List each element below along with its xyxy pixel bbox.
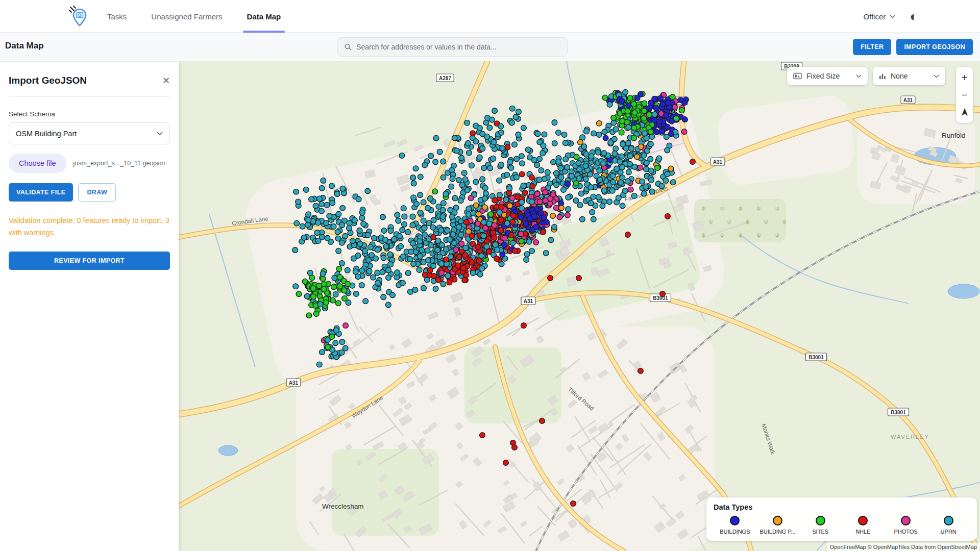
legend-item-uprn[interactable]: UPRN <box>927 516 970 535</box>
svg-text:ψ: ψ <box>720 206 724 211</box>
review-for-import-button[interactable]: REVIEW FOR IMPORT <box>9 252 170 270</box>
svg-text:B3001: B3001 <box>891 410 906 415</box>
svg-text:ψ: ψ <box>775 232 779 238</box>
legend-color-dot <box>816 516 825 525</box>
svg-text:A31: A31 <box>903 97 913 103</box>
app-logo-icon[interactable] <box>67 4 92 29</box>
svg-text:ψ: ψ <box>746 219 749 224</box>
validate-file-button[interactable]: VALIDATE FILE <box>9 183 73 202</box>
close-icon[interactable]: ✕ <box>162 76 170 85</box>
legend-item-photos[interactable]: PHOTOS <box>885 516 927 535</box>
nav-tabs: Tasks Unassigned Farmers Data Map <box>107 0 281 33</box>
legend-item-label: UPRN <box>941 529 957 535</box>
draw-button[interactable]: DRAW <box>78 183 116 202</box>
legend-title: Data Types <box>714 503 970 511</box>
chevron-down-icon <box>856 74 862 78</box>
svg-text:A31: A31 <box>289 380 299 386</box>
legend-item-sites[interactable]: SITES <box>799 516 842 535</box>
svg-text:A31: A31 <box>713 159 723 165</box>
data-types-legend: Data Types BUILDINGSBUILDING P...SITESNH… <box>706 497 977 541</box>
search-icon <box>344 43 352 51</box>
schema-select-value: OSM Building Part <box>16 130 77 138</box>
legend-color-dot <box>901 516 911 525</box>
chevron-down-icon <box>934 74 939 78</box>
choose-file-button[interactable]: Choose file <box>9 154 66 173</box>
validation-message: Validation complete: 0 features ready to… <box>9 215 170 239</box>
legend-item-label: BUILDINGS <box>720 529 750 535</box>
theme-toggle-icon[interactable]: ◐ <box>910 10 918 23</box>
import-geojson-panel: Import GeoJSON ✕ Select Schema OSM Build… <box>0 61 179 551</box>
zoom-out-button[interactable]: − <box>956 86 973 104</box>
user-menu[interactable]: Officer <box>863 12 895 21</box>
svg-text:Runfold: Runfold <box>942 132 966 139</box>
svg-text:A31: A31 <box>524 298 533 304</box>
schema-label: Select Schema <box>9 110 170 118</box>
svg-text:ψ: ψ <box>709 219 713 224</box>
svg-text:ψ: ψ <box>739 206 742 211</box>
import-geojson-button[interactable]: IMPORT GEOJSON <box>896 39 973 55</box>
svg-text:A287: A287 <box>439 76 451 81</box>
legend-color-dot <box>944 516 953 525</box>
fixed-size-icon <box>793 72 802 80</box>
panel-title: Import GeoJSON <box>9 75 87 86</box>
legend-item-label: BUILDING P... <box>760 529 795 535</box>
top-navigation: Tasks Unassigned Farmers Data Map Office… <box>0 0 980 33</box>
legend-color-dot <box>773 516 782 525</box>
svg-text:ψ: ψ <box>702 232 705 238</box>
legend-item-label: NHLE <box>855 529 870 535</box>
file-name: josm_export_s..._10_11.geojson <box>74 160 165 167</box>
point-size-value: Fixed Size <box>806 72 851 80</box>
svg-text:ψ: ψ <box>702 206 705 211</box>
chevron-down-icon <box>890 15 895 18</box>
map-attribution: OpenFreeMap © OpenMapTiles Data from Ope… <box>827 543 980 551</box>
legend-item-label: PHOTOS <box>894 529 917 535</box>
map-canvas[interactable]: ψψψψψψψψψψψψψψψFarnham BypassCrondall La… <box>179 61 980 551</box>
legend-item-buildings[interactable]: BUILDINGS <box>714 516 756 535</box>
search-box <box>337 37 568 57</box>
svg-text:B3001: B3001 <box>808 355 824 360</box>
svg-text:Wrecclesham: Wrecclesham <box>322 503 364 510</box>
svg-text:ψ: ψ <box>727 219 731 224</box>
legend-item-building_part[interactable]: BUILDING P... <box>756 516 799 535</box>
map-area[interactable]: ψψψψψψψψψψψψψψψFarnham BypassCrondall La… <box>179 61 980 551</box>
svg-text:ψ: ψ <box>739 232 742 238</box>
svg-text:ψ: ψ <box>757 206 761 211</box>
tab-data-map[interactable]: Data Map <box>247 0 281 33</box>
legend-color-dot <box>858 516 868 525</box>
bar-chart-icon <box>879 72 886 80</box>
svg-text:ψ: ψ <box>764 219 768 224</box>
map-zoom-controls: + − <box>956 67 973 123</box>
legend-color-dot <box>730 516 740 525</box>
legend-item-nhle[interactable]: NHLE <box>842 516 885 535</box>
page-header: Data Map FILTER IMPORT GEOJSON <box>0 33 980 61</box>
color-by-select[interactable]: None <box>873 67 945 85</box>
search-input[interactable] <box>356 43 561 51</box>
svg-text:ψ: ψ <box>720 232 724 238</box>
legend-item-label: SITES <box>812 529 828 535</box>
svg-text:ψ: ψ <box>757 232 761 238</box>
filter-button[interactable]: FILTER <box>853 39 891 55</box>
point-size-select[interactable]: Fixed Size <box>787 67 868 85</box>
page-title: Data Map <box>5 41 44 51</box>
svg-text:Monks Walk: Monks Walk <box>761 423 776 455</box>
zoom-in-button[interactable]: + <box>956 69 973 86</box>
schema-select[interactable]: OSM Building Part <box>9 122 170 144</box>
svg-text:ψ: ψ <box>775 206 779 211</box>
tab-tasks[interactable]: Tasks <box>107 0 127 33</box>
tab-unassigned-farmers[interactable]: Unassigned Farmers <box>151 0 222 33</box>
svg-text:WAVERLEY: WAVERLEY <box>891 434 929 440</box>
chevron-down-icon <box>157 132 163 136</box>
color-by-value: None <box>891 72 929 80</box>
svg-text:ψ: ψ <box>782 219 786 224</box>
compass-icon[interactable] <box>956 104 973 121</box>
user-menu-label: Officer <box>863 12 886 21</box>
